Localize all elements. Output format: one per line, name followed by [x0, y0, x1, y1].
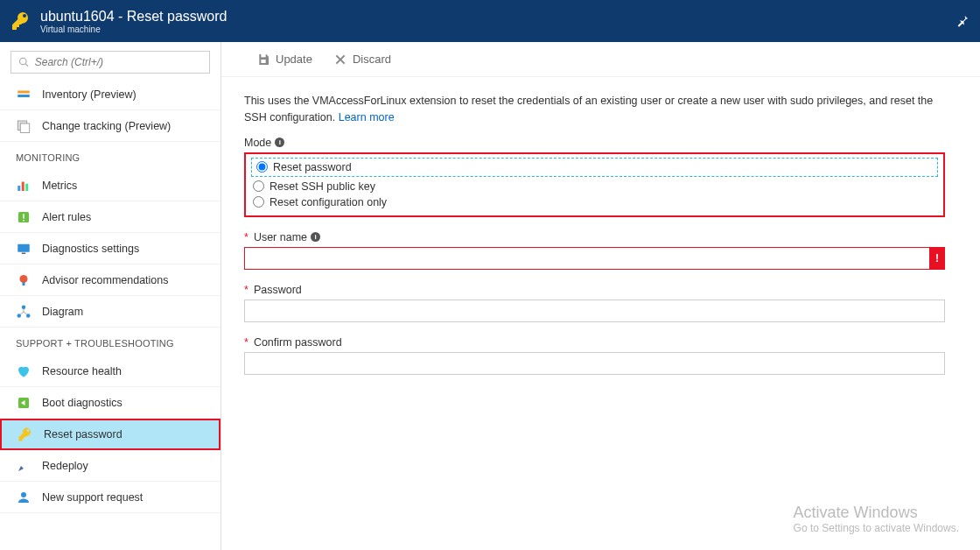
change-tracking-icon	[16, 118, 32, 134]
sidebar-item-label: Boot diagnostics	[42, 397, 122, 409]
sidebar-item-diagnostics[interactable]: Diagnostics settings	[0, 233, 220, 264]
sidebar-item-label: Alert rules	[42, 211, 91, 223]
section-support: SUPPORT + TROUBLESHOOTING	[0, 328, 220, 356]
inventory-icon	[16, 87, 32, 102]
svg-rect-6	[18, 186, 20, 191]
sidebar-item-boot-diagnostics[interactable]: Boot diagnostics	[0, 387, 220, 419]
search-input[interactable]	[35, 56, 202, 68]
sidebar-item-reset-password[interactable]: Reset password	[0, 419, 220, 450]
sidebar-item-label: Reset password	[44, 428, 122, 441]
info-icon[interactable]: i	[311, 232, 320, 242]
key-icon	[10, 11, 32, 32]
sidebar-item-metrics[interactable]: Metrics	[0, 170, 220, 201]
confirm-password-input[interactable]	[244, 352, 945, 375]
save-label: Update	[276, 53, 312, 66]
radio-input[interactable]	[253, 180, 264, 192]
radio-reset-config[interactable]: Reset configuration only	[251, 194, 938, 210]
username-input[interactable]	[244, 247, 945, 270]
health-icon	[16, 363, 32, 379]
svg-rect-5	[20, 123, 30, 133]
radio-input[interactable]	[253, 196, 264, 208]
sidebar-item-alert-rules[interactable]: Alert rules	[0, 201, 220, 233]
sidebar-item-diagram[interactable]: Diagram	[0, 296, 220, 328]
discard-button[interactable]: Discard	[333, 53, 391, 67]
sidebar-item-redeploy[interactable]: Redeploy	[0, 450, 220, 482]
sidebar-item-new-support[interactable]: New support request	[0, 482, 220, 513]
toolbar: Update Discard	[221, 42, 980, 77]
svg-rect-10	[23, 214, 24, 218]
sidebar: Inventory (Preview) Change tracking (Pre…	[0, 42, 221, 550]
sidebar-item-inventory[interactable]: Inventory (Preview)	[0, 79, 220, 110]
metrics-icon	[16, 178, 32, 194]
password-label: *Password	[244, 284, 945, 296]
sidebar-item-resource-health[interactable]: Resource health	[0, 356, 220, 387]
main-content: Update Discard This uses the VMAccessFor…	[221, 42, 980, 550]
blade-header: ubuntu1604 - Reset password Virtual mach…	[0, 0, 980, 42]
save-button[interactable]: Update	[256, 53, 312, 67]
sidebar-item-label: Diagram	[42, 306, 83, 318]
svg-point-20	[21, 492, 26, 497]
blade-subtitle: Virtual machine	[40, 25, 227, 34]
diagram-icon	[16, 304, 32, 320]
close-icon	[333, 53, 347, 67]
svg-point-0	[20, 58, 26, 64]
svg-point-14	[20, 275, 28, 283]
advisor-icon	[16, 272, 32, 288]
sidebar-item-label: Metrics	[42, 180, 77, 192]
radio-input[interactable]	[256, 161, 268, 173]
confirm-password-label: *Confirm password	[244, 336, 945, 349]
sidebar-item-label: New support request	[42, 491, 143, 504]
svg-line-1	[25, 64, 28, 67]
mode-radio-group: Reset password Reset SSH public key Rese…	[244, 152, 945, 217]
sidebar-item-advisor[interactable]: Advisor recommendations	[0, 264, 220, 296]
radio-reset-password[interactable]: Reset password	[255, 159, 354, 175]
search-icon	[18, 56, 30, 68]
sidebar-item-label: Resource health	[42, 365, 122, 377]
blade-title: ubuntu1604 - Reset password	[40, 9, 227, 25]
password-input[interactable]	[244, 300, 945, 322]
svg-rect-22	[261, 60, 265, 63]
radio-label: Reset configuration only	[270, 196, 387, 208]
info-icon[interactable]: i	[275, 138, 284, 147]
pin-icon[interactable]	[956, 14, 970, 28]
sidebar-item-label: Diagnostics settings	[42, 243, 139, 255]
sidebar-item-label: Advisor recommendations	[42, 274, 169, 286]
error-badge: !	[929, 247, 945, 270]
username-label: *User name i	[244, 231, 945, 243]
save-icon	[256, 53, 270, 67]
redeploy-icon	[16, 458, 32, 474]
radio-label: Reset password	[273, 161, 352, 173]
svg-rect-7	[22, 181, 24, 191]
key-icon	[18, 427, 33, 442]
learn-more-link[interactable]: Learn more	[339, 111, 395, 123]
radio-reset-ssh[interactable]: Reset SSH public key	[251, 179, 938, 194]
sidebar-menu[interactable]: Inventory (Preview) Change tracking (Pre…	[0, 79, 220, 550]
windows-watermark: Activate Windows Go to Settings to activ…	[794, 504, 959, 534]
search-box[interactable]	[10, 51, 210, 74]
discard-label: Discard	[353, 53, 391, 66]
sidebar-item-label: Change tracking (Preview)	[42, 120, 171, 132]
diagnostics-icon	[16, 241, 32, 257]
section-monitoring: MONITORING	[0, 142, 220, 170]
svg-rect-21	[261, 54, 265, 57]
svg-point-16	[22, 305, 26, 309]
svg-rect-8	[25, 183, 28, 190]
svg-rect-2	[18, 90, 30, 93]
sidebar-item-label: Inventory (Preview)	[42, 88, 136, 101]
svg-rect-13	[22, 252, 26, 254]
boot-icon	[16, 395, 32, 411]
svg-rect-3	[18, 95, 30, 97]
alert-icon	[16, 209, 32, 225]
watermark-title: Activate Windows	[794, 504, 959, 522]
mode-label: Mode i	[244, 137, 945, 149]
watermark-subtitle: Go to Settings to activate Windows.	[794, 522, 959, 534]
support-icon	[16, 490, 32, 505]
sidebar-item-label: Redeploy	[42, 460, 88, 472]
sidebar-item-change-tracking[interactable]: Change tracking (Preview)	[0, 110, 220, 142]
svg-rect-11	[23, 220, 24, 222]
description: This uses the VMAccessForLinux extension…	[244, 93, 945, 126]
svg-rect-12	[18, 243, 30, 251]
radio-label: Reset SSH public key	[270, 180, 375, 193]
svg-rect-15	[23, 282, 25, 286]
